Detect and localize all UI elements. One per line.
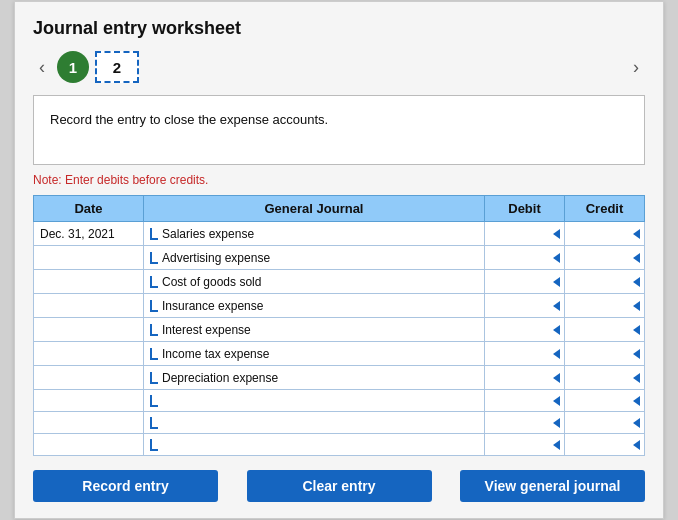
table-row-debit-3[interactable] [485,294,565,318]
table-row-credit-9[interactable] [565,434,645,456]
next-arrow[interactable]: › [627,55,645,80]
tab-2[interactable]: 2 [95,51,139,83]
header-date: Date [34,196,144,222]
table-row-debit-7[interactable] [485,390,565,412]
table-row-credit-1[interactable] [565,246,645,270]
table-row-journal-4[interactable]: Interest expense [144,318,485,342]
table-row-debit-9[interactable] [485,434,565,456]
table-row-journal-6[interactable]: Depreciation expense [144,366,485,390]
bottom-buttons: Record entry Clear entry View general jo… [33,470,645,502]
table-row-journal-7[interactable] [144,390,485,412]
instruction-box: Record the entry to close the expense ac… [33,95,645,165]
table-row-credit-2[interactable] [565,270,645,294]
table-row-journal-2[interactable]: Cost of goods sold [144,270,485,294]
prev-arrow[interactable]: ‹ [33,55,51,80]
table-row-debit-4[interactable] [485,318,565,342]
table-row-credit-3[interactable] [565,294,645,318]
table-row-debit-6[interactable] [485,366,565,390]
note-text: Note: Enter debits before credits. [33,173,645,187]
table-row-journal-5[interactable]: Income tax expense [144,342,485,366]
table-row-date-1[interactable] [34,246,144,270]
table-row-journal-3[interactable]: Insurance expense [144,294,485,318]
table-row-journal-1[interactable]: Advertising expense [144,246,485,270]
clear-entry-button[interactable]: Clear entry [247,470,432,502]
table-row-credit-8[interactable] [565,412,645,434]
table-row-date-2[interactable] [34,270,144,294]
journal-entry-worksheet: Journal entry worksheet ‹ 1 2 › Record t… [14,1,664,519]
table-row-credit-5[interactable] [565,342,645,366]
table-row-credit-6[interactable] [565,366,645,390]
table-row-debit-8[interactable] [485,412,565,434]
table-row-date-9[interactable] [34,434,144,456]
page-title: Journal entry worksheet [33,18,645,39]
table-row-date-3[interactable] [34,294,144,318]
header-journal: General Journal [144,196,485,222]
table-row-date-8[interactable] [34,412,144,434]
table-row-journal-9[interactable] [144,434,485,456]
table-row-date-5[interactable] [34,342,144,366]
navigation-row: ‹ 1 2 › [33,51,645,83]
table-row-debit-0[interactable] [485,222,565,246]
journal-table: Date General Journal Debit Credit Dec. 3… [33,195,645,456]
table-row-credit-7[interactable] [565,390,645,412]
table-row-journal-8[interactable] [144,412,485,434]
instruction-text: Record the entry to close the expense ac… [50,112,328,127]
table-row-credit-0[interactable] [565,222,645,246]
table-row-date-7[interactable] [34,390,144,412]
table-row-debit-2[interactable] [485,270,565,294]
view-journal-button[interactable]: View general journal [460,470,645,502]
record-entry-button[interactable]: Record entry [33,470,218,502]
table-row-journal-0[interactable]: Salaries expense [144,222,485,246]
tab-1[interactable]: 1 [57,51,89,83]
table-row-debit-5[interactable] [485,342,565,366]
table-row-date-0[interactable]: Dec. 31, 2021 [34,222,144,246]
header-credit: Credit [565,196,645,222]
table-row-date-6[interactable] [34,366,144,390]
header-debit: Debit [485,196,565,222]
table-row-credit-4[interactable] [565,318,645,342]
table-row-date-4[interactable] [34,318,144,342]
table-row-debit-1[interactable] [485,246,565,270]
